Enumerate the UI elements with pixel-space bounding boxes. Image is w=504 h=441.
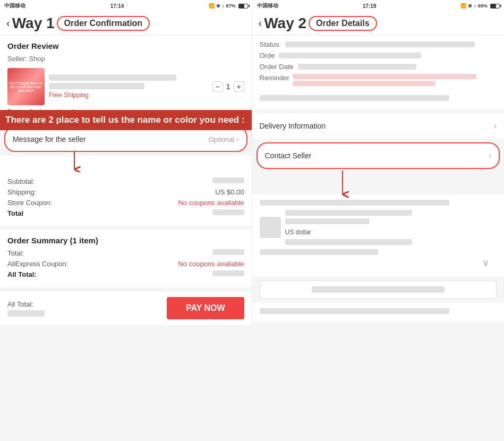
price-section: Subtotal: Shipping: US $0.00 Store Coupo…: [0, 172, 252, 225]
message-for-seller-label: Message for the seller: [13, 135, 86, 143]
carrier-right: 中国移动: [257, 2, 278, 10]
arrow-area: [0, 156, 252, 172]
input-field-inner: [312, 286, 445, 293]
product-variant-blurred: [49, 83, 144, 89]
reminder-blocks: [293, 74, 497, 88]
shipping-row: Shipping: US $0.00: [7, 188, 244, 196]
battery-icon-right: [490, 4, 500, 9]
all-total-blurred: [212, 270, 244, 276]
input-field[interactable]: [260, 281, 497, 299]
battery-right: 65%: [478, 3, 488, 9]
all-total-footer-amount: [7, 310, 45, 317]
contact-seller-row[interactable]: Contact Seller ›: [257, 142, 500, 169]
subtotal-row: Subtotal:: [7, 177, 244, 185]
dropdown-icon[interactable]: ∨: [482, 257, 489, 269]
status-bar-right: 中国移动 17:19 📶 ⊕ ♪ 65%: [252, 0, 505, 12]
panel-right: ‹ Way 2 Order Details Status: Orde Order…: [252, 12, 505, 441]
overlay-banner: There are 2 place to tell us the name or…: [0, 110, 252, 130]
payment-details: US dollar: [285, 210, 497, 245]
nav-title-right: Order Details: [309, 16, 377, 31]
aliexpress-coupon-value: No coupons available: [178, 260, 244, 268]
contact-seller-label: Contact Seller: [265, 151, 312, 160]
panel-left-content: Order Review Seller: Shop Don't forget s…: [0, 35, 252, 441]
bottom-blurred-1: [260, 308, 449, 314]
status-label: Status:: [260, 40, 281, 48]
aliexpress-coupon-row: AliExpress Coupon: No coupons available: [7, 260, 244, 268]
reminder-row: Reminder: [260, 74, 497, 88]
order-status-section: Status: Orde Order Date Reminder: [252, 35, 505, 109]
summary-total-row: Total:: [7, 249, 244, 257]
status-row: Status:: [260, 40, 497, 48]
time-right: 17:19: [363, 3, 377, 9]
battery-icon-left: [238, 4, 248, 9]
order-date-row: Order Date: [260, 63, 497, 71]
panels: There are 2 place to tell us the name or…: [0, 12, 504, 441]
payment-detail-1: [285, 210, 412, 216]
nav-bar-left: ‹ Way 1 Order Confirmation: [0, 12, 252, 35]
order-number-row: Orde: [260, 52, 497, 60]
status-bar: 中国移动 17:14 📶 ⊕ ♪ 67% 中国移动 17:19 📶 ⊕ ♪ 65…: [0, 0, 504, 12]
product-title-blurred: [49, 74, 176, 81]
message-optional-label: Optional ›: [209, 135, 239, 143]
status-icons-left: 📶 ⊕ ♪ 67%: [209, 3, 248, 9]
delivery-info-chevron: ›: [494, 121, 497, 131]
order-date-blurred: [298, 64, 416, 70]
seller-line: Seller: Shop: [7, 55, 244, 63]
delivery-info-row[interactable]: Delivery Information ›: [252, 114, 505, 138]
payment-detail-3: [285, 239, 412, 245]
carrier-left: 中国移动: [4, 2, 25, 10]
summary-total-label: Total:: [7, 249, 24, 257]
aliexpress-coupon-label: AliExpress Coupon:: [7, 260, 68, 268]
all-total-row: All Total:: [7, 270, 244, 278]
nav-title-left: Order Confirmation: [57, 16, 150, 31]
product-details: Free Shipping: [49, 74, 208, 99]
way-label-right: Way 2: [264, 15, 306, 32]
reminder-line-2: [293, 81, 435, 86]
qty-minus-button[interactable]: −: [212, 81, 223, 92]
bottom-blurred-section: [252, 303, 505, 322]
reminder-line-1: [293, 74, 476, 79]
order-review-title: Order Review: [7, 41, 244, 50]
payment-detail-2: [285, 218, 370, 224]
total-value-blurred: [212, 209, 244, 215]
payment-row: US dollar: [260, 210, 497, 245]
shipping-label: Shipping:: [7, 188, 36, 196]
product-image: Don't forget send us the name and color …: [7, 68, 45, 105]
battery-left: 67%: [226, 3, 235, 9]
free-shipping-badge: Free Shipping: [49, 91, 208, 99]
way-label-left: Way 1: [12, 15, 55, 32]
store-coupon-label: Store Coupon:: [7, 199, 52, 207]
store-coupon-row: Store Coupon: No coupons available: [7, 199, 244, 207]
time-left: 17:14: [110, 3, 124, 9]
subtotal-value-blurred: [212, 177, 244, 183]
us-dollar-label: US dollar: [285, 228, 311, 236]
order-number-blurred: [279, 53, 421, 58]
qty-value: 1: [226, 82, 230, 91]
order-review-section: Order Review Seller: Shop Don't forget s…: [0, 35, 252, 122]
right-arrow-svg: [316, 168, 369, 200]
extra-blurred-1: [260, 95, 449, 101]
chevron-right-icon: ›: [236, 135, 238, 143]
order-summary-section: Order Summary (1 item) Total: AliExpress…: [0, 230, 252, 287]
reminder-label: Reminder: [260, 74, 289, 82]
status-icons-right: 📶 ⊕ ♪ 65%: [460, 3, 500, 9]
back-button-right[interactable]: ‹: [259, 17, 262, 29]
all-total-footer: All Total:: [7, 300, 45, 317]
message-for-seller-row[interactable]: Message for the seller Optional ›: [4, 126, 247, 152]
total-label: Total: [7, 209, 23, 217]
total-row: Total: [7, 209, 244, 217]
back-button-left[interactable]: ‹: [6, 17, 10, 29]
panel-left: There are 2 place to tell us the name or…: [0, 12, 252, 441]
status-value-blurred: [285, 41, 475, 47]
order-date-label: Order Date: [260, 63, 294, 71]
qty-control: − 1 +: [212, 81, 244, 92]
nav-bar-right: ‹ Way 2 Order Details: [252, 12, 505, 35]
order-summary-title: Order Summary (1 item): [7, 236, 244, 245]
shipping-value: US $0.00: [215, 188, 244, 196]
qty-plus-button[interactable]: +: [234, 81, 244, 92]
all-total-footer-label: All Total:: [7, 300, 45, 308]
all-total-label: All Total:: [7, 270, 37, 278]
payment-blurred-1: [260, 200, 449, 206]
payment-info-section: US dollar ∨: [252, 194, 505, 276]
pay-now-button[interactable]: PAY NOW: [167, 297, 244, 319]
